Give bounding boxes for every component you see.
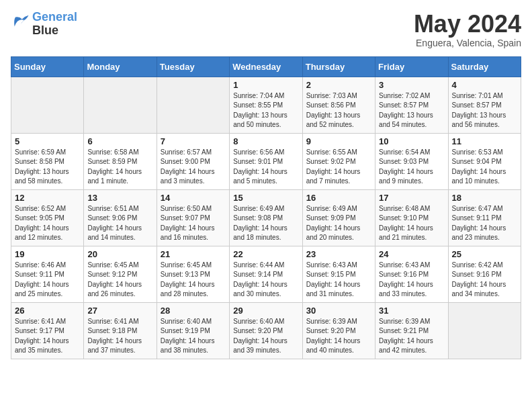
day-header: Monday <box>84 56 157 77</box>
day-number: 7 <box>161 136 226 146</box>
day-info: Sunrise: 7:03 AMSunset: 8:56 PMDaylight:… <box>306 91 371 130</box>
calendar-week-row: 1Sunrise: 7:04 AMSunset: 8:55 PMDaylight… <box>11 77 521 133</box>
day-info: Sunrise: 6:49 AMSunset: 9:09 PMDaylight:… <box>306 204 371 243</box>
title-block: May 2024 Enguera, Valencia, Spain <box>414 11 521 48</box>
day-info: Sunrise: 6:56 AMSunset: 9:01 PMDaylight:… <box>233 148 298 187</box>
day-number: 13 <box>87 193 152 203</box>
calendar-cell: 25Sunrise: 6:42 AMSunset: 9:16 PMDayligh… <box>448 246 521 302</box>
day-info: Sunrise: 6:50 AMSunset: 9:07 PMDaylight:… <box>161 204 226 243</box>
day-info: Sunrise: 6:43 AMSunset: 9:16 PMDaylight:… <box>379 261 444 300</box>
day-info: Sunrise: 6:39 AMSunset: 9:20 PMDaylight:… <box>306 317 371 356</box>
day-header: Wednesday <box>230 56 302 77</box>
month-title: May 2024 <box>414 11 521 38</box>
calendar-cell: 16Sunrise: 6:49 AMSunset: 9:09 PMDayligh… <box>302 189 375 246</box>
day-header: Tuesday <box>157 56 229 77</box>
day-info: Sunrise: 6:53 AMSunset: 9:04 PMDaylight:… <box>452 148 517 187</box>
calendar-cell: 29Sunrise: 6:40 AMSunset: 9:20 PMDayligh… <box>230 302 302 359</box>
calendar-cell: 27Sunrise: 6:41 AMSunset: 9:18 PMDayligh… <box>84 302 157 359</box>
day-info: Sunrise: 6:46 AMSunset: 9:11 PMDaylight:… <box>15 261 80 300</box>
day-info: Sunrise: 6:45 AMSunset: 9:12 PMDaylight:… <box>87 261 152 300</box>
day-number: 23 <box>306 249 371 259</box>
calendar-cell <box>84 77 157 133</box>
location: Enguera, Valencia, Spain <box>414 38 521 48</box>
calendar-cell: 10Sunrise: 6:54 AMSunset: 9:03 PMDayligh… <box>375 133 448 189</box>
day-number: 6 <box>87 136 152 146</box>
day-info: Sunrise: 6:58 AMSunset: 8:59 PMDaylight:… <box>87 148 152 187</box>
calendar-cell: 17Sunrise: 6:48 AMSunset: 9:10 PMDayligh… <box>375 189 448 246</box>
day-number: 22 <box>233 249 298 259</box>
day-info: Sunrise: 6:52 AMSunset: 9:05 PMDaylight:… <box>15 204 80 243</box>
logo-text: General Blue <box>32 11 77 38</box>
day-info: Sunrise: 6:54 AMSunset: 9:03 PMDaylight:… <box>379 148 444 187</box>
calendar-week-row: 5Sunrise: 6:59 AMSunset: 8:58 PMDaylight… <box>11 133 521 189</box>
day-number: 26 <box>15 306 80 316</box>
calendar-cell: 21Sunrise: 6:45 AMSunset: 9:13 PMDayligh… <box>157 246 229 302</box>
day-info: Sunrise: 6:55 AMSunset: 9:02 PMDaylight:… <box>306 148 371 187</box>
day-number: 1 <box>233 80 298 90</box>
calendar-cell: 15Sunrise: 6:49 AMSunset: 9:08 PMDayligh… <box>230 189 302 246</box>
calendar-cell: 1Sunrise: 7:04 AMSunset: 8:55 PMDaylight… <box>230 77 302 133</box>
day-number: 15 <box>233 193 298 203</box>
calendar-cell <box>448 302 521 359</box>
calendar-week-row: 26Sunrise: 6:41 AMSunset: 9:17 PMDayligh… <box>11 302 521 359</box>
day-number: 9 <box>306 136 371 146</box>
day-number: 16 <box>306 193 371 203</box>
day-info: Sunrise: 7:04 AMSunset: 8:55 PMDaylight:… <box>233 91 298 130</box>
calendar-cell <box>157 77 229 133</box>
calendar-cell: 26Sunrise: 6:41 AMSunset: 9:17 PMDayligh… <box>11 302 84 359</box>
day-info: Sunrise: 6:51 AMSunset: 9:06 PMDaylight:… <box>87 204 152 243</box>
day-info: Sunrise: 7:02 AMSunset: 8:57 PMDaylight:… <box>379 91 444 130</box>
day-header: Thursday <box>302 56 375 77</box>
day-number: 3 <box>379 80 444 90</box>
day-info: Sunrise: 7:01 AMSunset: 8:57 PMDaylight:… <box>452 91 517 130</box>
day-header: Friday <box>375 56 448 77</box>
calendar-cell: 18Sunrise: 6:47 AMSunset: 9:11 PMDayligh… <box>448 189 521 246</box>
calendar-cell: 6Sunrise: 6:58 AMSunset: 8:59 PMDaylight… <box>84 133 157 189</box>
calendar-cell: 14Sunrise: 6:50 AMSunset: 9:07 PMDayligh… <box>157 189 229 246</box>
calendar-cell: 4Sunrise: 7:01 AMSunset: 8:57 PMDaylight… <box>448 77 521 133</box>
day-number: 19 <box>15 249 80 259</box>
day-info: Sunrise: 6:43 AMSunset: 9:15 PMDaylight:… <box>306 261 371 300</box>
calendar-cell: 23Sunrise: 6:43 AMSunset: 9:15 PMDayligh… <box>302 246 375 302</box>
calendar-cell: 31Sunrise: 6:39 AMSunset: 9:21 PMDayligh… <box>375 302 448 359</box>
logo: General Blue <box>11 11 77 38</box>
day-number: 4 <box>452 80 517 90</box>
day-info: Sunrise: 6:40 AMSunset: 9:19 PMDaylight:… <box>161 317 226 356</box>
page-header: General Blue May 2024 Enguera, Valencia,… <box>11 11 521 48</box>
calendar-week-row: 12Sunrise: 6:52 AMSunset: 9:05 PMDayligh… <box>11 189 521 246</box>
day-number: 2 <box>306 80 371 90</box>
day-info: Sunrise: 6:47 AMSunset: 9:11 PMDaylight:… <box>452 204 517 243</box>
day-number: 11 <box>452 136 517 146</box>
day-info: Sunrise: 6:41 AMSunset: 9:17 PMDaylight:… <box>15 317 80 356</box>
day-number: 14 <box>161 193 226 203</box>
calendar-header-row: SundayMondayTuesdayWednesdayThursdayFrid… <box>11 56 521 77</box>
calendar-cell: 19Sunrise: 6:46 AMSunset: 9:11 PMDayligh… <box>11 246 84 302</box>
day-number: 30 <box>306 306 371 316</box>
calendar-cell: 13Sunrise: 6:51 AMSunset: 9:06 PMDayligh… <box>84 189 157 246</box>
day-info: Sunrise: 6:48 AMSunset: 9:10 PMDaylight:… <box>379 204 444 243</box>
day-header: Saturday <box>448 56 521 77</box>
day-info: Sunrise: 6:40 AMSunset: 9:20 PMDaylight:… <box>233 317 298 356</box>
calendar-cell: 24Sunrise: 6:43 AMSunset: 9:16 PMDayligh… <box>375 246 448 302</box>
day-info: Sunrise: 6:57 AMSunset: 9:00 PMDaylight:… <box>161 148 226 187</box>
day-number: 27 <box>87 306 152 316</box>
day-number: 20 <box>87 249 152 259</box>
calendar-cell: 9Sunrise: 6:55 AMSunset: 9:02 PMDaylight… <box>302 133 375 189</box>
day-number: 31 <box>379 306 444 316</box>
day-header: Sunday <box>11 56 84 77</box>
calendar-cell: 12Sunrise: 6:52 AMSunset: 9:05 PMDayligh… <box>11 189 84 246</box>
day-info: Sunrise: 6:42 AMSunset: 9:16 PMDaylight:… <box>452 261 517 300</box>
calendar-cell: 2Sunrise: 7:03 AMSunset: 8:56 PMDaylight… <box>302 77 375 133</box>
calendar-cell: 8Sunrise: 6:56 AMSunset: 9:01 PMDaylight… <box>230 133 302 189</box>
logo-icon <box>11 13 30 32</box>
calendar-cell: 11Sunrise: 6:53 AMSunset: 9:04 PMDayligh… <box>448 133 521 189</box>
calendar-cell: 20Sunrise: 6:45 AMSunset: 9:12 PMDayligh… <box>84 246 157 302</box>
day-info: Sunrise: 6:45 AMSunset: 9:13 PMDaylight:… <box>161 261 226 300</box>
calendar-cell: 3Sunrise: 7:02 AMSunset: 8:57 PMDaylight… <box>375 77 448 133</box>
day-number: 17 <box>379 193 444 203</box>
day-info: Sunrise: 6:41 AMSunset: 9:18 PMDaylight:… <box>87 317 152 356</box>
calendar-cell: 5Sunrise: 6:59 AMSunset: 8:58 PMDaylight… <box>11 133 84 189</box>
calendar-cell: 28Sunrise: 6:40 AMSunset: 9:19 PMDayligh… <box>157 302 229 359</box>
day-info: Sunrise: 6:49 AMSunset: 9:08 PMDaylight:… <box>233 204 298 243</box>
calendar-table: SundayMondayTuesdayWednesdayThursdayFrid… <box>11 56 521 359</box>
